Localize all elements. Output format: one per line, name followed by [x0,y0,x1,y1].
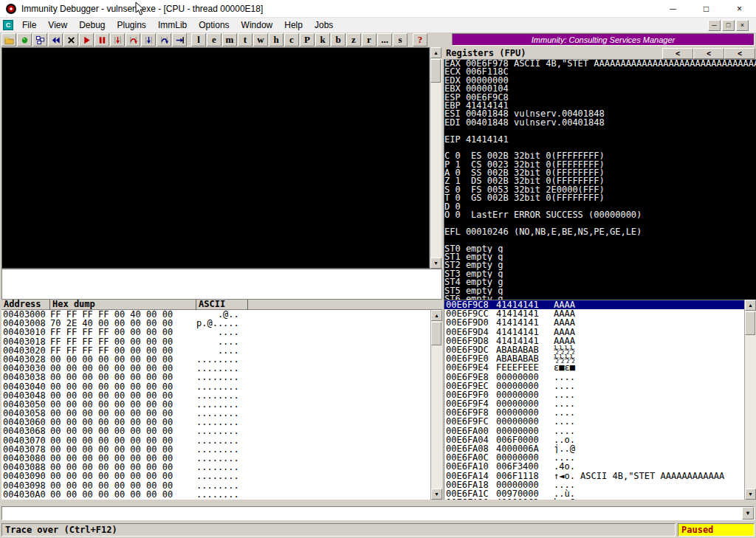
close-program-button[interactable] [63,33,78,46]
menu-item[interactable]: Debug [73,18,111,32]
disassembly-pane[interactable] [1,47,430,269]
mdi-restore-button[interactable]: □ [722,20,735,31]
open-file-button[interactable] [1,33,16,46]
dump-row[interactable]: 00403018 FF FF FF FF 00 00 00 00 .... [1,337,430,346]
scrollbar-thumb[interactable] [430,59,441,83]
title-bar[interactable]: Immunity Debugger - vulnserv.exe - [CPU … [0,0,756,18]
window-letter-button[interactable]: P [300,33,315,46]
window-letter-button[interactable]: z [346,33,361,46]
menu-item[interactable]: View [42,18,73,32]
immunity-banner[interactable]: Immunity: Consulting Services Manager [452,33,755,46]
window-letter-button[interactable]: h [269,33,284,46]
register-line[interactable]: ST0 empty g [444,245,756,253]
trace-over-button[interactable] [157,33,171,46]
scrollbar-track[interactable] [430,58,441,258]
window-letter-button[interactable]: r [362,33,377,46]
registers-pane[interactable]: EAX 00E6F978 ASCII 4B,"STET AAAAAAAAAAAA… [444,60,756,300]
register-line[interactable]: T 0 GS 002B 32bit 0(FFFFFFFF) [444,194,756,202]
stack-row[interactable]: 00E6F9C8 41414141 AAAA [444,300,744,309]
register-line[interactable]: EFL 00010246 (NO,NB,E,BE,NS,PE,GE,LE) [444,228,756,236]
register-line[interactable]: P 1 CS 0023 32bit 0(FFFFFFFF) [444,161,756,169]
cpu-window-icon[interactable]: C [3,20,13,30]
python-scripts-button[interactable] [17,33,32,46]
register-line[interactable]: ECX 006F118C [444,68,756,76]
register-line[interactable]: EIP 41414141 [444,136,756,144]
stack-row[interactable]: 00E6FA18 00000000 .... [444,480,744,489]
dropdown-arrow-icon[interactable]: ▼ [742,507,754,520]
scrollbar-thumb[interactable] [745,311,755,335]
menu-item[interactable]: ImmLib [152,18,193,32]
register-line[interactable]: ST3 empty g [444,270,756,278]
stack-row[interactable]: 00E6F9D8 41414141 AAAA [444,337,744,345]
scroll-up-icon[interactable]: ▲ [430,47,441,58]
register-line[interactable]: ESI 00401848 vulnserv.00401848 [444,110,756,118]
scrollbar-track[interactable] [745,311,756,489]
window-letter-button[interactable]: w [253,33,268,46]
stack-row[interactable]: 00E6FA1C 00970000 ..ù. [444,489,744,498]
scroll-down-icon[interactable]: ▼ [431,489,442,500]
dump-row[interactable]: 00403098 00 00 00 00 00 00 00 00 .......… [1,481,430,490]
register-line[interactable] [444,236,756,244]
stack-row[interactable]: 00E6FA00 00000000 .... [444,427,744,435]
pause-button[interactable] [94,33,109,46]
register-line[interactable]: D 0 [444,203,756,211]
menu-item[interactable]: Options [193,18,235,32]
maximize-button[interactable]: □ [690,0,723,18]
register-line[interactable] [444,127,756,135]
dump-row[interactable]: 00403038 00 00 00 00 00 00 00 00 .......… [1,373,430,382]
register-line[interactable]: EAX 00E6F978 ASCII 4B,"STET AAAAAAAAAAAA… [444,60,756,68]
stack-row[interactable]: 00E6FA10 006F3400 .4o. [444,462,744,471]
stack-row[interactable]: 00E6FA0C 00000000 .... [444,453,744,462]
register-line[interactable]: C 0 ES 002B 32bit 0(FFFFFFFF) [444,152,756,160]
stack-pane[interactable]: 00E6F9C8 41414141 AAAA 00E6F9CC 41414141… [444,300,744,500]
menu-item[interactable]: Jobs [309,18,339,32]
dump-row[interactable]: 00403090 00 00 00 00 00 00 00 00 .......… [1,472,430,480]
dump-row[interactable]: 00403040 00 00 00 00 00 00 00 00 .......… [1,382,430,391]
register-line[interactable]: ST1 empty g [444,253,756,261]
menu-item[interactable]: Window [236,18,279,32]
window-letter-button[interactable]: k [315,33,330,46]
stack-row[interactable]: 00E6F9E8 00000000 .... [444,373,744,382]
dump-row[interactable]: 00403010 FF FF FF FF 00 00 00 00 .... [1,328,430,337]
stack-row[interactable]: 00E6F9E4 FEEEFEEE ε■ε■ [444,363,744,372]
dump-scrollbar[interactable]: ▲ ▼ [430,310,442,500]
stack-row[interactable]: 00E6F9D4 41414141 AAAA [444,328,744,337]
scrollbar-thumb[interactable] [431,322,441,345]
app-icon[interactable] [5,3,17,15]
window-letter-button[interactable]: c [284,33,299,46]
stack-row[interactable]: 00E6FA08 4000006A j..@ [444,444,744,453]
windows-list-button[interactable] [32,33,47,46]
disassembly-scrollbar[interactable]: ▲ ▼ [430,47,441,269]
stack-row[interactable]: 00E6F9CC 41414141 AAAA [444,309,744,318]
step-into-button[interactable] [110,33,125,46]
register-line[interactable]: S 0 FS 0053 32bit 2E0000(FFF) [444,186,756,194]
window-letter-button[interactable]: m [222,33,237,46]
window-letter-button[interactable]: s [393,33,408,46]
register-line[interactable]: O 0 LastErr ERROR_SUCCESS (00000000) [444,211,756,219]
stack-row[interactable]: 00E6F9F4 00000000 .... [444,399,744,408]
scroll-up-icon[interactable]: ▲ [745,300,756,311]
register-line[interactable]: A 0 SS 002B 32bit 0(FFFFFFFF) [444,169,756,177]
stack-row[interactable]: 00E6F9F8 00000000 .... [444,408,744,417]
register-line[interactable]: ST4 empty g [444,278,756,286]
close-button[interactable]: × [723,0,756,18]
window-letter-button[interactable]: t [238,33,252,46]
register-line[interactable] [444,144,756,152]
stack-row[interactable]: 00E6FA14 006F1118 ↑◄o. ASCII 4B,"STET AA… [444,472,744,480]
register-line[interactable]: EBX 00000104 [444,85,756,93]
scroll-down-icon[interactable]: ▼ [745,489,756,500]
mdi-close-button[interactable]: × [736,20,749,31]
dump-row[interactable]: 00403070 00 00 00 00 00 00 00 00 .......… [1,436,430,445]
register-line[interactable]: EDI 00401848 vulnserv.00401848 [444,119,756,127]
stack-row[interactable]: 00E6F9E0 ABABABAB ½½½½ [444,354,744,363]
register-line[interactable]: EDX 00000000 [444,77,756,85]
restart-button[interactable] [48,33,63,46]
menu-item[interactable]: Plugins [111,18,152,32]
stack-row[interactable]: 00E6F9FC 00000000 .... [444,417,744,426]
window-letter-button[interactable]: ? [413,33,427,46]
scroll-up-icon[interactable]: ▲ [431,310,442,321]
register-line[interactable] [444,219,756,227]
window-letter-button[interactable]: l [191,33,206,46]
registers-cycle-button[interactable]: < [693,48,724,59]
until-return-button[interactable] [172,33,187,46]
